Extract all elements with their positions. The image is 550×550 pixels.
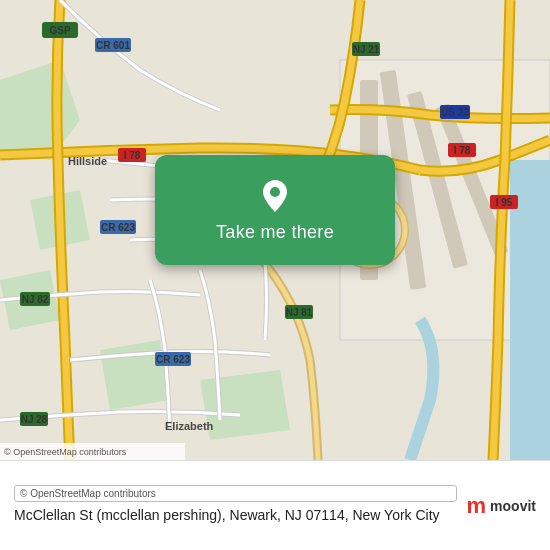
moovit-m-icon: m [467,493,487,519]
svg-text:NJ 81: NJ 81 [286,307,313,318]
svg-text:GSP: GSP [49,25,70,36]
svg-text:© OpenStreetMap contributors: © OpenStreetMap contributors [4,447,127,457]
location-info: © OpenStreetMap contributors McClellan S… [14,485,457,526]
svg-text:US 22: US 22 [441,107,469,118]
svg-point-42 [270,187,280,197]
svg-text:CR 623: CR 623 [101,222,135,233]
bottom-info-bar: © OpenStreetMap contributors McClellan S… [0,460,550,550]
svg-text:Elizabeth: Elizabeth [165,420,214,432]
svg-text:I 78: I 78 [124,150,141,161]
location-pin-icon [257,178,293,214]
svg-text:NJ 28: NJ 28 [21,414,48,425]
osm-credit: © OpenStreetMap contributors [14,485,457,502]
svg-text:NJ 82: NJ 82 [22,294,49,305]
take-me-there-label: Take me there [216,222,334,243]
svg-text:CR 601: CR 601 [96,40,130,51]
location-name: McClellan St (mcclellan pershing), Newar… [14,506,457,526]
svg-text:I 95: I 95 [496,197,513,208]
svg-text:NJ 21: NJ 21 [353,44,380,55]
svg-text:I 78: I 78 [454,145,471,156]
svg-text:Hillside: Hillside [68,155,107,167]
moovit-logo: m moovit [467,493,536,519]
svg-text:CR 623: CR 623 [156,354,190,365]
take-me-there-button[interactable]: Take me there [155,155,395,265]
svg-marker-5 [200,370,290,440]
map-view: GSP CR 601 I 78 I 78 NJ 21 US 22 I 95 NJ… [0,0,550,460]
moovit-brand-text: moovit [490,498,536,514]
